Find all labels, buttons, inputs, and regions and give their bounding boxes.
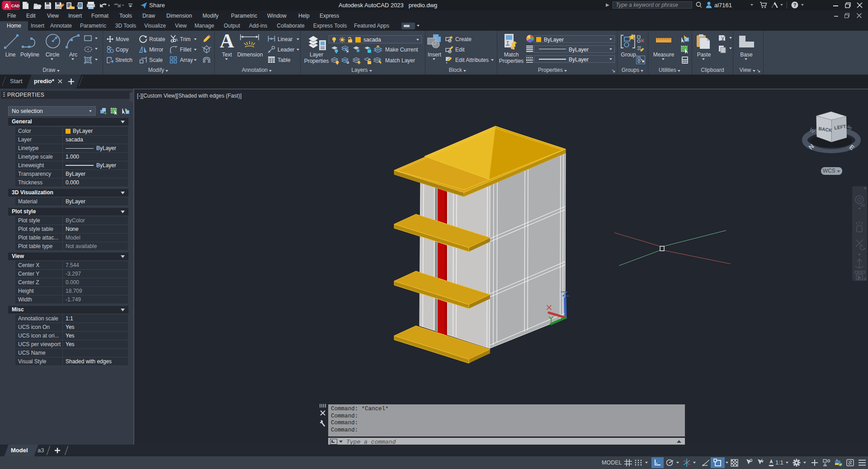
svg-text:?: ?: [793, 2, 797, 8]
svg-text:CAD: CAD: [11, 4, 19, 8]
svg-text:2D: 2D: [860, 203, 865, 207]
svg-text:A: A: [5, 2, 9, 9]
